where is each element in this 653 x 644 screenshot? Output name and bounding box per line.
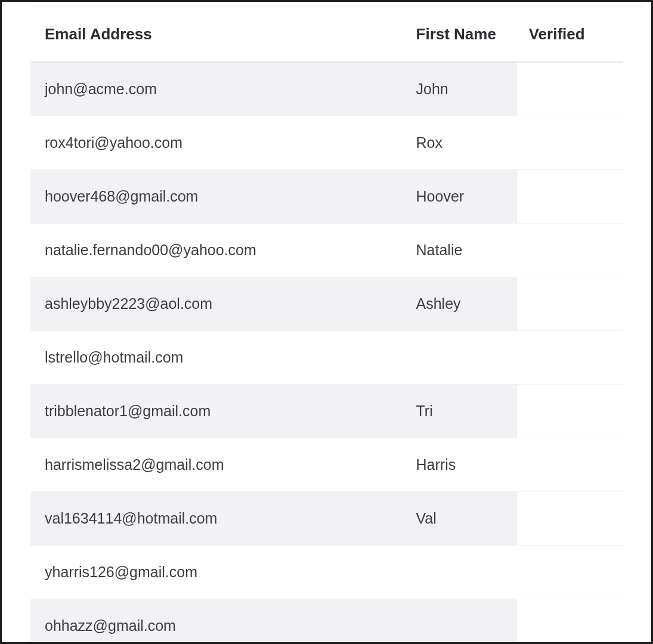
cell-email: rox4tori@yahoo.com	[30, 116, 404, 170]
contacts-table: Email Address First Name Verified john@a…	[30, 7, 623, 644]
cell-first-name: Val	[404, 492, 517, 546]
cell-verified	[517, 599, 623, 645]
table-row[interactable]: lstrello@hotmail.com	[30, 331, 623, 385]
cell-email: harrismelissa2@gmail.com	[30, 438, 404, 492]
cell-first-name	[404, 546, 517, 599]
cell-email: lstrello@hotmail.com	[30, 331, 404, 385]
cell-first-name: Rox	[404, 116, 517, 170]
cell-email: hoover468@gmail.com	[30, 170, 404, 224]
cell-email: yharris126@gmail.com	[30, 546, 404, 599]
table-container: Email Address First Name Verified john@a…	[2, 7, 651, 644]
column-header-verified[interactable]: Verified	[517, 7, 623, 62]
cell-verified	[517, 331, 623, 385]
cell-email: ashleybby2223@aol.com	[30, 277, 404, 331]
table-row[interactable]: rox4tori@yahoo.com Rox	[30, 116, 623, 170]
cell-verified	[517, 224, 623, 277]
cell-first-name: Ashley	[404, 277, 517, 331]
cell-email: natalie.fernando00@yahoo.com	[30, 224, 404, 277]
table-row[interactable]: ohhazz@gmail.com	[30, 599, 623, 645]
cell-verified	[517, 546, 623, 599]
cell-first-name: Harris	[404, 438, 517, 492]
table-row[interactable]: tribblenator1@gmail.com Tri	[30, 385, 623, 438]
cell-email: john@acme.com	[30, 62, 404, 116]
cell-first-name: John	[404, 62, 517, 116]
cell-verified	[517, 385, 623, 438]
table-row[interactable]: hoover468@gmail.com Hoover	[30, 170, 623, 224]
cell-verified	[517, 170, 623, 224]
cell-first-name: Hoover	[404, 170, 517, 224]
cell-verified	[517, 438, 623, 492]
cell-first-name: Tri	[404, 385, 517, 438]
column-header-first-name[interactable]: First Name	[404, 7, 517, 62]
cell-verified	[517, 62, 623, 116]
cell-email: tribblenator1@gmail.com	[30, 385, 404, 438]
cell-first-name	[404, 331, 517, 385]
cell-verified	[517, 492, 623, 546]
table-row[interactable]: ashleybby2223@aol.com Ashley	[30, 277, 623, 331]
cell-first-name: Natalie	[404, 224, 517, 277]
table-row[interactable]: val1634114@hotmail.com Val	[30, 492, 623, 546]
table-row[interactable]: yharris126@gmail.com	[30, 546, 623, 599]
cell-first-name	[404, 599, 517, 645]
cell-verified	[517, 277, 623, 331]
table-header-row: Email Address First Name Verified	[30, 7, 623, 62]
table-row[interactable]: harrismelissa2@gmail.com Harris	[30, 438, 623, 492]
cell-email: ohhazz@gmail.com	[30, 599, 404, 645]
cell-email: val1634114@hotmail.com	[30, 492, 404, 546]
table-row[interactable]: natalie.fernando00@yahoo.com Natalie	[30, 224, 623, 277]
column-header-email[interactable]: Email Address	[30, 7, 404, 62]
cell-verified	[517, 116, 623, 170]
table-row[interactable]: john@acme.com John	[30, 62, 623, 116]
